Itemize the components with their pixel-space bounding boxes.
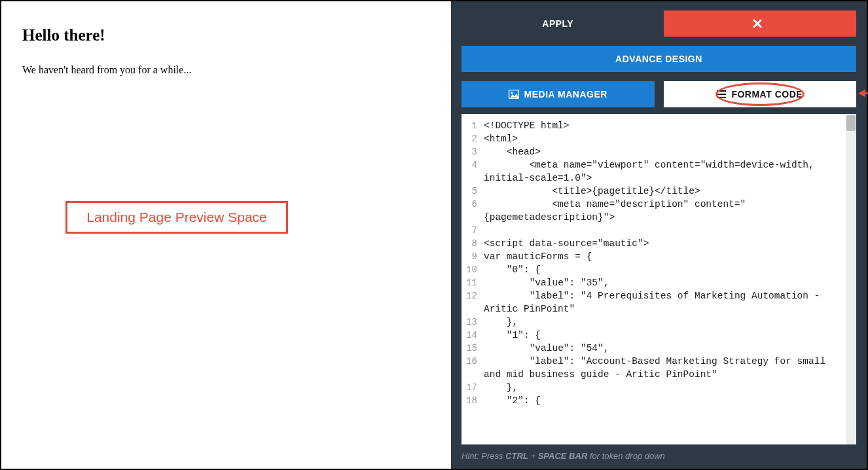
code-line: var mauticForms = { — [484, 250, 842, 263]
advance-design-button[interactable]: ADVANCE DESIGN — [461, 46, 856, 72]
hint-text: Hint: Press CTRL + SPACE BAR for token d… — [461, 451, 856, 461]
scrollbar-thumb[interactable] — [846, 115, 856, 131]
code-line: "1": { — [484, 329, 842, 342]
hint-prefix: Hint: Press — [461, 451, 505, 461]
gutter-line — [461, 368, 477, 381]
gutter-line: 16 — [461, 355, 477, 368]
annotation-arrow-icon — [858, 88, 868, 101]
format-code-label: FORMAT CODE — [731, 89, 803, 99]
format-code-button[interactable]: FORMAT CODE — [664, 81, 857, 107]
media-manager-button[interactable]: MEDIA MANAGER — [461, 81, 655, 107]
gutter-line: 17 — [461, 381, 477, 394]
gutter-line: 7 — [461, 224, 477, 237]
media-manager-label: MEDIA MANAGER — [524, 89, 607, 99]
gutter-line: 13 — [461, 316, 477, 329]
scrollbar[interactable] — [846, 114, 856, 444]
svg-point-1 — [511, 92, 513, 94]
gutter-line: 10 — [461, 263, 477, 276]
code-line: "label": "Account-Based Marketing Strate… — [484, 355, 842, 381]
close-button[interactable] — [664, 10, 857, 37]
gutter-line: 6 — [461, 198, 477, 211]
gutter-line — [461, 172, 477, 185]
annotation-label: Landing Page Preview Space — [86, 209, 267, 225]
preview-pane: Hello there! We haven't heard from you f… — [1, 1, 451, 469]
top-row: APPLY — [461, 10, 856, 37]
image-icon — [509, 90, 519, 99]
gutter-line: 9 — [461, 250, 477, 263]
code-editor[interactable]: 1234 56 789101112 13141516 1718 <!DOCTYP… — [461, 114, 856, 444]
code-line: <meta name="description" content="{pagem… — [484, 198, 842, 224]
code-line: "label": "4 Prerequisites of Marketing A… — [484, 289, 842, 316]
gutter-line: 2 — [461, 132, 477, 145]
svg-rect-4 — [717, 97, 726, 98]
annotation-box: Landing Page Preview Space — [65, 201, 288, 234]
code-line: <script data-source="mautic"> — [484, 237, 842, 250]
hint-key-ctrl: CTRL — [505, 451, 528, 461]
hint-suffix: for token drop down — [587, 451, 665, 461]
gutter-line: 4 — [461, 158, 477, 172]
list-icon — [717, 90, 726, 98]
code-line: <title>{pagetitle}</title> — [484, 185, 842, 198]
code-line: "0": { — [484, 263, 842, 276]
app-window: Hello there! We haven't heard from you f… — [0, 0, 868, 470]
preview-title: Hello there! — [22, 26, 430, 45]
code-line: "2": { — [484, 394, 842, 407]
gutter-line: 15 — [461, 342, 477, 355]
code-line: "value": "54", — [484, 342, 842, 355]
gutter-line: 1 — [461, 119, 477, 132]
gutter-line: 12 — [461, 289, 477, 302]
code-line: <head> — [484, 145, 842, 158]
svg-rect-2 — [717, 90, 726, 92]
gutter-line: 5 — [461, 185, 477, 198]
svg-rect-3 — [717, 94, 726, 95]
code-line — [484, 224, 842, 237]
advance-row: ADVANCE DESIGN — [461, 46, 856, 72]
gutter-line: 14 — [461, 329, 477, 342]
hint-plus: + — [528, 451, 538, 461]
gutter-line: 3 — [461, 145, 477, 158]
code-area[interactable]: <!DOCTYPE html><html> <head> <meta name=… — [480, 114, 846, 444]
gutter-line — [461, 211, 477, 224]
code-line: <!DOCTYPE html> — [484, 119, 842, 132]
hint-key-space: SPACE BAR — [538, 451, 588, 461]
gutter-line — [461, 302, 477, 316]
gutter-line: 8 — [461, 237, 477, 250]
actions-row: MEDIA MANAGER FORMAT CODE — [461, 81, 856, 107]
close-icon — [753, 19, 762, 28]
gutter-line: 11 — [461, 276, 477, 289]
code-line: "value": "35", — [484, 276, 842, 289]
preview-body: We haven't heard from you for a while... — [22, 64, 430, 76]
apply-button[interactable]: APPLY — [461, 10, 655, 37]
code-line: <meta name="viewport" content="width=dev… — [484, 158, 842, 185]
code-line: }, — [484, 316, 842, 329]
code-line: <html> — [484, 132, 842, 145]
gutter-line: 18 — [461, 394, 477, 407]
controls-pane: APPLY ADVANCE DESIGN MEDIA MANAGER — [451, 1, 867, 469]
code-line: }, — [484, 381, 842, 394]
line-gutter: 1234 56 789101112 13141516 1718 — [461, 114, 480, 444]
